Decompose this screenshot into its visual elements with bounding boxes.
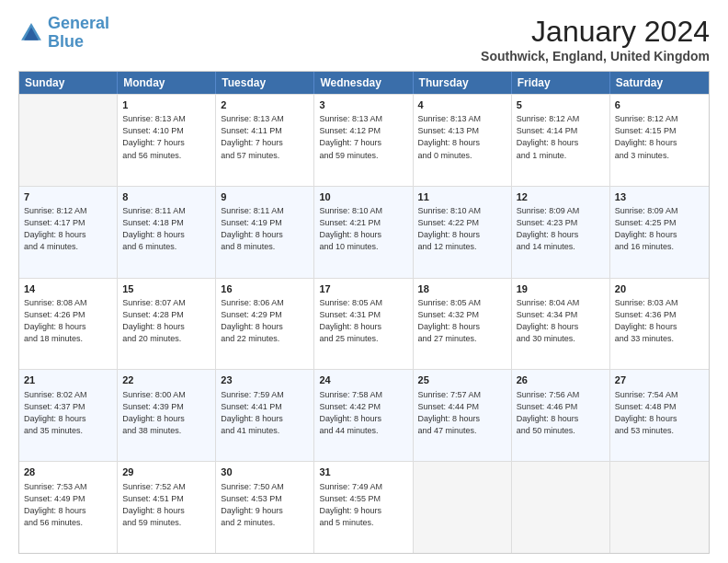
cell-info: Sunrise: 8:11 AMSunset: 4:18 PMDaylight:… [122, 205, 210, 253]
cell-info: Sunrise: 8:12 AMSunset: 4:15 PMDaylight:… [615, 113, 704, 161]
day-cell-10: 10Sunrise: 8:10 AMSunset: 4:21 PMDayligh… [314, 187, 413, 278]
cell-info: Sunrise: 8:10 AMSunset: 4:21 PMDaylight:… [319, 205, 407, 253]
cell-info: Sunrise: 8:05 AMSunset: 4:32 PMDaylight:… [418, 297, 506, 345]
day-cell-9: 9Sunrise: 8:11 AMSunset: 4:19 PMDaylight… [216, 187, 314, 278]
day-cell-26: 26Sunrise: 7:56 AMSunset: 4:46 PMDayligh… [512, 370, 610, 461]
day-number: 31 [319, 465, 407, 479]
location: Southwick, England, United Kingdom [481, 49, 710, 63]
day-number: 14 [24, 282, 112, 296]
day-cell-12: 12Sunrise: 8:09 AMSunset: 4:23 PMDayligh… [512, 187, 610, 278]
cell-info: Sunrise: 8:05 AMSunset: 4:31 PMDaylight:… [319, 297, 407, 345]
day-number: 20 [615, 282, 704, 296]
day-cell-20: 20Sunrise: 8:03 AMSunset: 4:36 PMDayligh… [610, 279, 709, 370]
cell-info: Sunrise: 7:59 AMSunset: 4:41 PMDaylight:… [221, 389, 309, 437]
cell-info: Sunrise: 8:00 AMSunset: 4:39 PMDaylight:… [122, 389, 210, 437]
cell-info: Sunrise: 8:04 AMSunset: 4:34 PMDaylight:… [517, 297, 605, 345]
day-cell-30: 30Sunrise: 7:50 AMSunset: 4:53 PMDayligh… [216, 462, 314, 553]
day-number: 8 [122, 190, 210, 204]
calendar-row-1: 7Sunrise: 8:12 AMSunset: 4:17 PMDaylight… [19, 186, 709, 278]
day-cell-18: 18Sunrise: 8:05 AMSunset: 4:32 PMDayligh… [414, 279, 512, 370]
day-cell-22: 22Sunrise: 8:00 AMSunset: 4:39 PMDayligh… [118, 370, 216, 461]
cell-info: Sunrise: 7:56 AMSunset: 4:46 PMDaylight:… [517, 389, 605, 437]
weekday-header-friday: Friday [512, 72, 610, 94]
cell-info: Sunrise: 8:06 AMSunset: 4:29 PMDaylight:… [221, 297, 309, 345]
cell-info: Sunrise: 8:08 AMSunset: 4:26 PMDaylight:… [24, 297, 112, 345]
cell-info: Sunrise: 8:12 AMSunset: 4:14 PMDaylight:… [517, 113, 605, 161]
day-cell-4: 4Sunrise: 8:13 AMSunset: 4:13 PMDaylight… [414, 95, 512, 186]
day-number: 29 [122, 465, 210, 479]
day-number: 28 [24, 465, 112, 479]
day-cell-17: 17Sunrise: 8:05 AMSunset: 4:31 PMDayligh… [314, 279, 413, 370]
logo-icon [18, 20, 44, 46]
cell-info: Sunrise: 8:09 AMSunset: 4:23 PMDaylight:… [517, 205, 605, 253]
day-cell-24: 24Sunrise: 7:58 AMSunset: 4:42 PMDayligh… [314, 370, 413, 461]
day-cell-6: 6Sunrise: 8:12 AMSunset: 4:15 PMDaylight… [610, 95, 709, 186]
day-cell-15: 15Sunrise: 8:07 AMSunset: 4:28 PMDayligh… [118, 279, 216, 370]
day-number: 10 [319, 190, 407, 204]
calendar-body: 1Sunrise: 8:13 AMSunset: 4:10 PMDaylight… [19, 94, 709, 553]
day-number: 15 [122, 282, 210, 296]
day-number: 6 [615, 98, 704, 112]
day-number: 1 [122, 98, 210, 112]
empty-cell [512, 462, 610, 553]
day-number: 25 [418, 373, 506, 387]
day-number: 2 [221, 98, 309, 112]
cell-info: Sunrise: 8:13 AMSunset: 4:11 PMDaylight:… [221, 113, 309, 161]
day-cell-21: 21Sunrise: 8:02 AMSunset: 4:37 PMDayligh… [19, 370, 118, 461]
cell-info: Sunrise: 8:13 AMSunset: 4:13 PMDaylight:… [418, 113, 506, 161]
logo-text: General Blue [48, 15, 109, 52]
day-number: 27 [615, 373, 704, 387]
cell-info: Sunrise: 8:02 AMSunset: 4:37 PMDaylight:… [24, 389, 112, 437]
calendar-row-0: 1Sunrise: 8:13 AMSunset: 4:10 PMDaylight… [19, 94, 709, 186]
calendar-row-3: 21Sunrise: 8:02 AMSunset: 4:37 PMDayligh… [19, 369, 709, 461]
day-cell-28: 28Sunrise: 7:53 AMSunset: 4:49 PMDayligh… [19, 462, 118, 553]
weekday-header-saturday: Saturday [610, 72, 709, 94]
cell-info: Sunrise: 8:11 AMSunset: 4:19 PMDaylight:… [221, 205, 309, 253]
day-number: 12 [517, 190, 605, 204]
day-cell-29: 29Sunrise: 7:52 AMSunset: 4:51 PMDayligh… [118, 462, 216, 553]
day-number: 11 [418, 190, 506, 204]
day-cell-5: 5Sunrise: 8:12 AMSunset: 4:14 PMDaylight… [512, 95, 610, 186]
day-cell-31: 31Sunrise: 7:49 AMSunset: 4:55 PMDayligh… [314, 462, 413, 553]
weekday-header-monday: Monday [118, 72, 216, 94]
empty-cell [414, 462, 512, 553]
weekday-header-tuesday: Tuesday [216, 72, 314, 94]
day-number: 16 [221, 282, 309, 296]
day-cell-1: 1Sunrise: 8:13 AMSunset: 4:10 PMDaylight… [118, 95, 216, 186]
day-cell-2: 2Sunrise: 8:13 AMSunset: 4:11 PMDaylight… [216, 95, 314, 186]
day-number: 4 [418, 98, 506, 112]
day-number: 24 [319, 373, 407, 387]
day-cell-23: 23Sunrise: 7:59 AMSunset: 4:41 PMDayligh… [216, 370, 314, 461]
day-number: 23 [221, 373, 309, 387]
calendar: SundayMondayTuesdayWednesdayThursdayFrid… [18, 71, 710, 554]
calendar-header: SundayMondayTuesdayWednesdayThursdayFrid… [19, 72, 709, 94]
weekday-header-sunday: Sunday [19, 72, 118, 94]
day-cell-11: 11Sunrise: 8:10 AMSunset: 4:22 PMDayligh… [414, 187, 512, 278]
cell-info: Sunrise: 8:07 AMSunset: 4:28 PMDaylight:… [122, 297, 210, 345]
day-cell-25: 25Sunrise: 7:57 AMSunset: 4:44 PMDayligh… [414, 370, 512, 461]
day-number: 3 [319, 98, 407, 112]
day-number: 13 [615, 190, 704, 204]
day-cell-13: 13Sunrise: 8:09 AMSunset: 4:25 PMDayligh… [610, 187, 709, 278]
calendar-row-4: 28Sunrise: 7:53 AMSunset: 4:49 PMDayligh… [19, 461, 709, 553]
day-cell-19: 19Sunrise: 8:04 AMSunset: 4:34 PMDayligh… [512, 279, 610, 370]
day-number: 9 [221, 190, 309, 204]
day-number: 7 [24, 190, 112, 204]
logo: General Blue [18, 15, 109, 52]
cell-info: Sunrise: 8:12 AMSunset: 4:17 PMDaylight:… [24, 205, 112, 253]
day-number: 17 [319, 282, 407, 296]
day-number: 19 [517, 282, 605, 296]
cell-info: Sunrise: 8:10 AMSunset: 4:22 PMDaylight:… [418, 205, 506, 253]
weekday-header-wednesday: Wednesday [314, 72, 413, 94]
day-cell-14: 14Sunrise: 8:08 AMSunset: 4:26 PMDayligh… [19, 279, 118, 370]
day-number: 26 [517, 373, 605, 387]
cell-info: Sunrise: 7:58 AMSunset: 4:42 PMDaylight:… [319, 389, 407, 437]
day-cell-8: 8Sunrise: 8:11 AMSunset: 4:18 PMDaylight… [118, 187, 216, 278]
day-number: 22 [122, 373, 210, 387]
cell-info: Sunrise: 7:49 AMSunset: 4:55 PMDaylight:… [319, 481, 407, 529]
day-cell-7: 7Sunrise: 8:12 AMSunset: 4:17 PMDaylight… [19, 187, 118, 278]
cell-info: Sunrise: 7:52 AMSunset: 4:51 PMDaylight:… [122, 481, 210, 529]
day-cell-27: 27Sunrise: 7:54 AMSunset: 4:48 PMDayligh… [610, 370, 709, 461]
title-block: January 2024 Southwick, England, United … [481, 15, 710, 63]
cell-info: Sunrise: 7:54 AMSunset: 4:48 PMDaylight:… [615, 389, 704, 437]
